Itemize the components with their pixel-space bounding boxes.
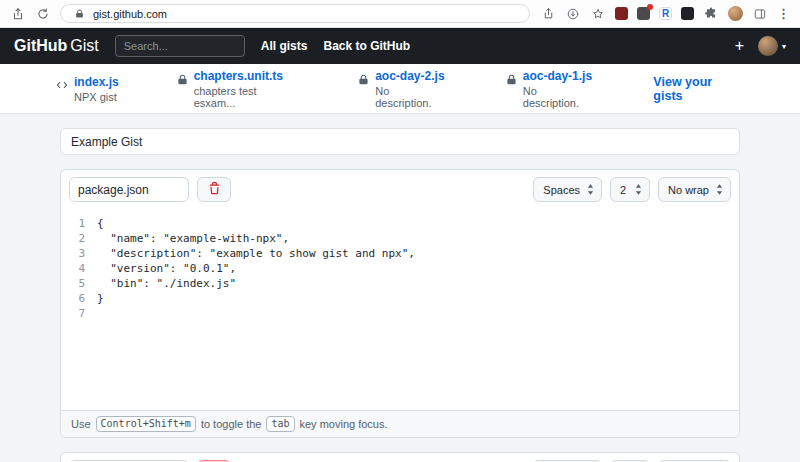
editor-settings: Spaces 2 No wrap: [533, 177, 731, 202]
header-nav: All gists Back to GitHub: [261, 39, 410, 53]
line-number: 4: [61, 261, 97, 276]
gist-name: index.js: [74, 75, 119, 89]
line-number: 3: [61, 246, 97, 261]
code-line: 5 "bin": "./index.js": [61, 276, 739, 291]
code-line: 7: [61, 306, 739, 321]
extension-icon-2[interactable]: [637, 7, 650, 20]
code-editor[interactable]: 1{ 2 "name": "example-with-npx", 3 "desc…: [61, 209, 739, 410]
file-card-package-json: Spaces 2 No wrap 1{ 2 "name": "example-w…: [60, 169, 740, 438]
file-card-second: Spaces 2 No wrap: [60, 452, 740, 462]
code-line: 4 "version": "0.0.1",: [61, 261, 739, 276]
search-input[interactable]: [115, 35, 245, 57]
browser-chrome: gist.github.com R ⋮: [0, 0, 800, 28]
file-header: Spaces 2 No wrap: [61, 453, 739, 462]
puzzle-extensions-icon[interactable]: [703, 6, 719, 22]
url-text: gist.github.com: [93, 8, 167, 20]
nav-all-gists[interactable]: All gists: [261, 39, 308, 53]
gist-item-chapters[interactable]: chapters.unit.ts chapters test esxam...: [177, 69, 301, 109]
select-arrows-icon: [587, 184, 594, 195]
gist-name: aoc-day-1.js: [523, 69, 596, 83]
recent-gists-bar: index.js NPX gist chapters.unit.ts chapt…: [0, 64, 800, 114]
line-number: 5: [61, 276, 97, 291]
chevron-down-icon: ▾: [782, 42, 786, 51]
view-your-gists-link[interactable]: View your gists: [653, 75, 744, 103]
extension-icon-r[interactable]: R: [659, 7, 672, 20]
extension-icon-1[interactable]: [615, 7, 628, 20]
lock-icon: [71, 6, 87, 22]
reload-icon[interactable]: [35, 6, 51, 22]
filename-input[interactable]: [69, 177, 189, 202]
gist-item-aoc-day-2[interactable]: aoc-day-2.js No description.: [358, 69, 448, 109]
line-number: 2: [61, 231, 97, 246]
gist-desc: No description.: [523, 85, 596, 109]
gist-item-index-js[interactable]: index.js NPX gist: [56, 75, 119, 103]
kbd-tab: tab: [266, 416, 294, 432]
trash-icon: [208, 181, 221, 199]
gist-desc: NPX gist: [74, 91, 119, 103]
line-text: "version": "0.0.1",: [97, 261, 236, 276]
header-right: + ▾: [735, 36, 786, 56]
line-text: "description": "example to show gist and…: [97, 246, 415, 261]
select-arrows-icon: [635, 184, 642, 195]
code-line: 3 "description": "example to show gist a…: [61, 246, 739, 261]
gist-name: chapters.unit.ts: [194, 69, 301, 83]
wrap-mode-value: No wrap: [668, 184, 709, 196]
hint-text: to toggle the: [201, 418, 262, 430]
gist-item-aoc-day-1[interactable]: aoc-day-1.js No description.: [506, 69, 596, 109]
address-bar[interactable]: gist.github.com: [60, 4, 530, 23]
gist-desc: chapters test esxam...: [194, 85, 301, 109]
github-gist-logo[interactable]: GitHubGist: [14, 37, 99, 55]
extension-icon-3[interactable]: [681, 7, 694, 20]
line-text: "bin": "./index.js": [97, 276, 236, 291]
indent-size-value: 2: [620, 184, 628, 196]
sidebar-toggle-icon[interactable]: [752, 6, 768, 22]
line-text: }: [97, 291, 104, 306]
logo-gist-text: Gist: [70, 37, 98, 54]
browser-profile-avatar[interactable]: [728, 6, 743, 21]
line-number: 1: [61, 216, 97, 231]
file-header: Spaces 2 No wrap: [61, 170, 739, 209]
gist-editor-main: Spaces 2 No wrap 1{ 2 "name": "example-w…: [0, 114, 800, 462]
lock-icon: [177, 71, 188, 89]
lock-icon: [506, 71, 517, 89]
code-line: 6}: [61, 291, 739, 306]
share-page-icon[interactable]: [540, 6, 556, 22]
wrap-mode-select[interactable]: No wrap: [658, 177, 731, 202]
logo-github-text: GitHub: [14, 37, 67, 54]
bookmark-star-icon[interactable]: [590, 6, 606, 22]
select-arrows-icon: [716, 184, 723, 195]
share-icon[interactable]: [10, 6, 26, 22]
line-number: 7: [61, 306, 97, 321]
indent-mode-value: Spaces: [543, 184, 580, 196]
code-line: 2 "name": "example-with-npx",: [61, 231, 739, 246]
gist-desc: No description.: [375, 85, 448, 109]
indent-mode-select[interactable]: Spaces: [533, 177, 602, 202]
code-line: 1{: [61, 216, 739, 231]
new-gist-plus-button[interactable]: +: [735, 37, 744, 55]
user-avatar: [758, 36, 778, 56]
gist-name: aoc-day-2.js: [375, 69, 448, 83]
github-gist-header: GitHubGist All gists Back to GitHub + ▾: [0, 28, 800, 64]
delete-file-button[interactable]: [197, 177, 231, 202]
user-menu[interactable]: ▾: [758, 36, 786, 56]
download-icon[interactable]: [565, 6, 581, 22]
browser-toolbar-icons: R ⋮: [540, 6, 790, 22]
gist-description-input[interactable]: [60, 128, 740, 155]
editor-hint-footer: Use Control+Shift+m to toggle the tab ke…: [61, 410, 739, 437]
line-text: {: [97, 216, 104, 231]
line-number: 6: [61, 291, 97, 306]
browser-menu-icon[interactable]: ⋮: [777, 7, 790, 20]
code-icon: [56, 77, 68, 95]
kbd-control-shift-m: Control+Shift+m: [96, 416, 196, 432]
line-text: "name": "example-with-npx",: [97, 231, 289, 246]
hint-text: key moving focus.: [300, 418, 388, 430]
nav-back-to-github[interactable]: Back to GitHub: [323, 39, 410, 53]
hint-text: Use: [71, 418, 91, 430]
indent-size-select[interactable]: 2: [610, 177, 650, 202]
lock-icon: [358, 71, 369, 89]
